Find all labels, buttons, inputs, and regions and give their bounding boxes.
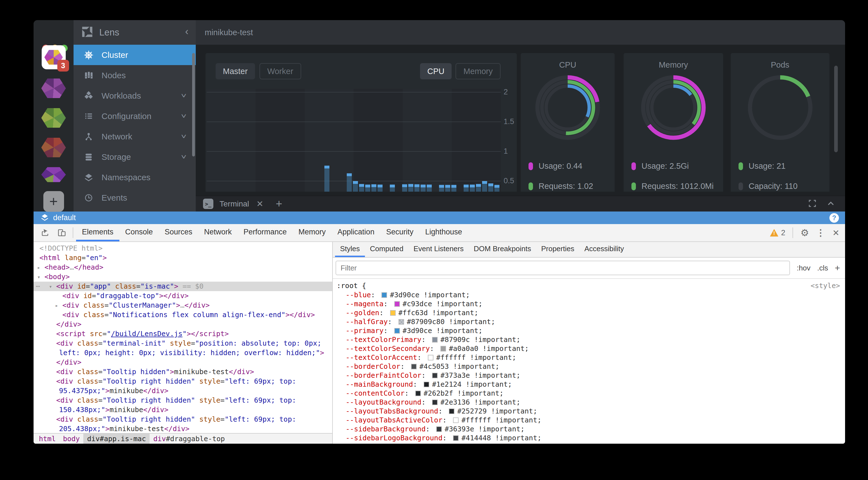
css-declaration[interactable]: --layoutTabsActiveColor: #ffffff !import…	[333, 416, 845, 425]
color-swatch[interactable]	[394, 328, 400, 334]
sidebar-item-namespaces[interactable]: Namespaces	[73, 167, 196, 187]
css-declaration[interactable]: --borderColor: #4c5053 !important;	[333, 362, 845, 371]
tab-dom-breakpoints[interactable]: DOM Breakpoints	[469, 242, 536, 257]
color-swatch[interactable]	[424, 382, 429, 387]
color-swatch[interactable]	[449, 409, 455, 414]
dom-tree-line[interactable]: <div class="Tooltip right hidden" style=…	[34, 396, 332, 405]
tab-sources[interactable]: Sources	[159, 224, 198, 241]
devtools-close-icon[interactable]: ✕	[833, 228, 839, 238]
rule-source-link[interactable]: <style>	[811, 281, 840, 290]
tab-application[interactable]: Application	[332, 224, 380, 241]
color-swatch[interactable]	[432, 337, 438, 343]
color-swatch[interactable]	[432, 400, 438, 405]
css-declaration[interactable]: --borderFaintColor: #373a3e !important;	[333, 371, 845, 380]
tab-properties[interactable]: Properties	[536, 242, 580, 257]
worker-button[interactable]: Worker	[259, 63, 301, 79]
dom-tree-line[interactable]: <div class="Tooltip hidden">minikube-tes…	[34, 367, 332, 377]
sidebar-item-workloads[interactable]: Workloads˅	[73, 85, 196, 106]
css-declaration[interactable]: --textColorPrimary: #87909c !important;	[333, 335, 845, 344]
css-declaration[interactable]: --sidebarActiveColor: #ffffff !important…	[333, 443, 845, 444]
tab-accessibility[interactable]: Accessibility	[580, 242, 629, 257]
terminal-close-icon[interactable]: ✕	[256, 199, 264, 209]
dom-tree-line[interactable]: <html lang="en">	[34, 253, 332, 263]
color-swatch[interactable]	[436, 426, 442, 432]
sidebar-item-events[interactable]: Events	[73, 187, 196, 208]
css-declaration[interactable]: --sidebarBackground: #36393e !important;	[333, 425, 845, 434]
dom-tree-line[interactable]: ▾<body>	[34, 272, 332, 282]
dom-tree-line[interactable]: </div>	[34, 357, 332, 367]
dom-tree-line[interactable]: ▸<div class="ClusterManager">…</div>	[34, 301, 332, 310]
device-toolbar-icon[interactable]	[54, 224, 70, 241]
master-button[interactable]: Master	[216, 63, 255, 79]
tab-console[interactable]: Console	[119, 224, 159, 241]
inspect-element-icon[interactable]	[37, 224, 54, 241]
breadcrumb-item[interactable]: div#draggable-top	[150, 434, 228, 444]
cluster-green[interactable]	[41, 107, 66, 129]
tab-styles[interactable]: Styles	[335, 242, 365, 257]
collapse-arrow-icon[interactable]: ▾	[37, 272, 40, 282]
dom-tree-line[interactable]: <div class="terminal-init" style="positi…	[34, 339, 332, 348]
css-declaration[interactable]: --magenta: #c93dce !important;	[333, 300, 845, 308]
color-swatch[interactable]	[415, 390, 421, 396]
tab-security[interactable]: Security	[380, 224, 420, 241]
dom-tree-line[interactable]: 95.4375px;">minikube</div>	[34, 386, 332, 396]
dom-tree-line[interactable]: 205.438px;">minikube-test</div>	[34, 424, 332, 433]
terminal-tab-label[interactable]: Terminal	[219, 200, 249, 208]
css-declaration[interactable]: --contentColor: #262b2f !important;	[333, 389, 845, 398]
sidebar-item-configuration[interactable]: Configuration˅	[73, 106, 196, 126]
namespace-label[interactable]: default	[53, 213, 829, 222]
tab-network[interactable]: Network	[198, 224, 238, 241]
cluster-violet[interactable]	[41, 167, 66, 183]
color-swatch[interactable]	[453, 417, 459, 423]
color-swatch[interactable]	[440, 346, 446, 351]
css-declaration[interactable]: --blue: #3d90ce !important;	[333, 290, 845, 300]
sidebar-item-network[interactable]: Network˅	[73, 126, 196, 147]
expand-arrow-icon[interactable]: ▸	[37, 263, 40, 272]
css-declaration[interactable]: --layoutTabsBackground: #252729 !importa…	[333, 407, 845, 416]
sidebar-item-storage[interactable]: Storage˅	[73, 147, 196, 167]
settings-gear-icon[interactable]: ⚙	[800, 227, 809, 238]
breadcrumb-item[interactable]: body	[59, 434, 83, 444]
sidebar-collapse-icon[interactable]: ‹	[185, 32, 188, 33]
color-swatch[interactable]	[381, 292, 387, 298]
styles-filter-input[interactable]	[336, 261, 790, 275]
tab-elements[interactable]: Elements	[76, 224, 119, 241]
css-declaration[interactable]: --halfGray: #87909c80 !important;	[333, 317, 845, 326]
color-swatch[interactable]	[428, 355, 433, 361]
dom-tree-line[interactable]: left: 0px; height: 0px; visibility: hidd…	[34, 348, 332, 357]
css-declaration[interactable]: --layoutBackground: #2e3136 !important;	[333, 398, 845, 407]
cluster-item-active[interactable]: 3	[42, 45, 66, 69]
css-declaration[interactable]: --textColorAccent: #ffffff !important;	[333, 353, 845, 362]
cls-toggle[interactable]: .cls	[817, 264, 828, 272]
more-options-icon[interactable]: ⋮	[816, 228, 825, 238]
cluster-tab-title[interactable]: minikube-test	[205, 28, 253, 37]
color-swatch[interactable]	[394, 301, 400, 307]
cluster-red[interactable]	[41, 137, 66, 158]
dom-tree-line[interactable]: <script src="/build/LensDev.js"></script…	[34, 329, 332, 339]
cluster-purple[interactable]	[41, 78, 66, 99]
help-button[interactable]: ?	[829, 213, 839, 223]
css-declaration[interactable]: --primary: #3d90ce !important;	[333, 326, 845, 335]
dom-tree-line[interactable]: <!DOCTYPE html>	[34, 244, 332, 253]
color-swatch[interactable]	[390, 310, 396, 316]
content-scrollbar[interactable]	[834, 66, 838, 152]
memory-button[interactable]: Memory	[456, 63, 501, 79]
css-declaration[interactable]: --mainBackground: #1e2124 !important;	[333, 380, 845, 389]
dom-tree-line[interactable]: <div class="Notifications flex column al…	[34, 310, 332, 320]
tab-event-listeners[interactable]: Event Listeners	[408, 242, 469, 257]
dom-tree-line[interactable]: ▸<head>…</head>	[34, 263, 332, 272]
dom-tree-line[interactable]: <div id="draggable-top"></div>	[34, 291, 332, 301]
add-cluster-button[interactable]: +	[43, 191, 64, 212]
color-swatch[interactable]	[411, 364, 417, 369]
cpu-button[interactable]: CPU	[420, 63, 452, 79]
color-swatch[interactable]	[453, 435, 459, 441]
breadcrumb-item[interactable]: html	[35, 434, 59, 444]
tab-memory[interactable]: Memory	[292, 224, 332, 241]
dom-tree-line[interactable]: ⋯▾<div id="app" class="is-mac"> == $0	[34, 282, 332, 291]
tab-lighthouse[interactable]: Lighthouse	[419, 224, 468, 241]
dom-tree-line[interactable]: </div>	[34, 320, 332, 329]
color-swatch[interactable]	[432, 373, 438, 378]
dom-tree-line[interactable]: <div class="Tooltip right hidden" style=…	[34, 415, 332, 424]
expand-arrow-icon[interactable]: ▸	[55, 301, 58, 310]
dock-fullscreen-icon[interactable]	[808, 199, 816, 209]
